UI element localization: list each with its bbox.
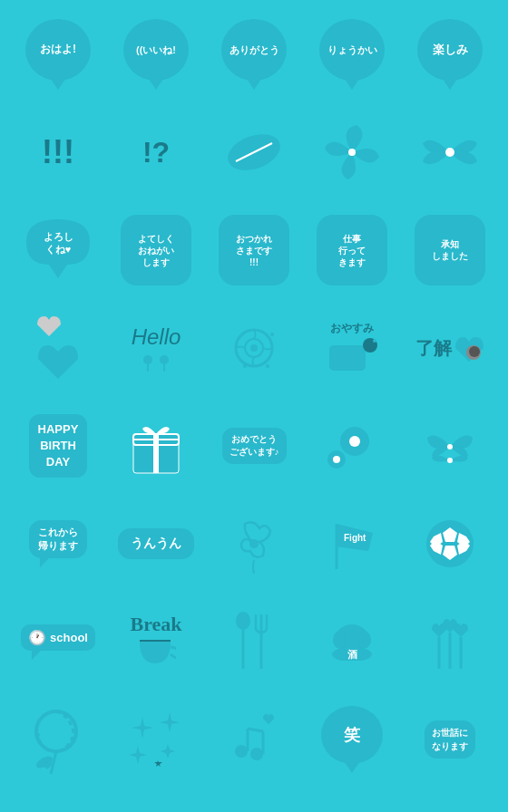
flower-icon [320, 414, 384, 478]
svg-point-48 [333, 631, 347, 649]
sticker-30[interactable] [405, 498, 495, 589]
leaf-icon [222, 130, 286, 175]
sticker-text-5: 楽しみ [433, 43, 468, 58]
svg-point-30 [447, 458, 453, 463]
sticker-35[interactable] [405, 596, 495, 687]
sticker-34[interactable]: 酒 [307, 596, 397, 687]
svg-point-13 [243, 364, 247, 368]
sun-icon [222, 316, 286, 380]
sticker-31[interactable]: 🕐 school [13, 596, 103, 687]
sticker-3[interactable]: ありがとう [209, 9, 299, 100]
sticker-36[interactable] [13, 694, 103, 785]
music-heart-icon [225, 710, 284, 769]
svg-point-49 [357, 631, 371, 649]
heart-flowers-icon [421, 610, 480, 673]
sticker-text-12: よてしくおねがいします [138, 233, 174, 268]
sticker-26[interactable]: これから帰ります [13, 498, 103, 589]
sticker-25[interactable] [405, 401, 495, 491]
sticker-23[interactable]: おめでとうございます♪ [209, 401, 299, 491]
svg-point-12 [250, 344, 258, 352]
sticker-27[interactable]: うんうん [111, 498, 201, 589]
sticker-6[interactable]: !!! [13, 107, 103, 198]
svg-point-57 [235, 745, 248, 758]
sticker-28[interactable] [209, 498, 299, 589]
svg-line-55 [51, 751, 56, 774]
congrats-text: おめでとうございます♪ [222, 428, 287, 464]
gift-icon [124, 414, 188, 478]
sticker-16[interactable] [13, 303, 103, 393]
sticker-21[interactable]: HAPPY BIRTH DAY [13, 401, 103, 491]
sticker-38[interactable] [209, 694, 299, 785]
sticker-text-7: !? [142, 136, 170, 169]
sticker-text-2: ((いいね! [136, 44, 176, 56]
school-text: school [50, 631, 88, 644]
svg-point-31 [249, 539, 259, 548]
svg-point-41 [236, 612, 250, 630]
utensils-icon [230, 610, 279, 673]
svg-point-15 [270, 333, 274, 336]
sticker-29[interactable]: Fight [307, 498, 397, 589]
sticker-9[interactable] [307, 107, 397, 198]
sticker-24[interactable] [307, 401, 397, 491]
hello-text: Hello [132, 324, 181, 349]
sticker-22[interactable] [111, 401, 201, 491]
sticker-grid: おはよ! ((いいね! ありがとう りょうかい [13, 9, 495, 785]
sticker-8[interactable] [209, 107, 299, 198]
sticker-text-4: りょうかい [327, 44, 377, 56]
sticker-1[interactable]: おはよ! [13, 9, 103, 100]
sticker-14[interactable]: 仕事行ってきます [307, 205, 397, 295]
sticker-17[interactable]: Hello [111, 303, 201, 393]
sticker-11[interactable]: よろし くね♥ [13, 205, 103, 295]
sticker-33[interactable] [209, 596, 299, 687]
fight-flag-icon: Fight [327, 519, 377, 569]
svg-point-28 [333, 456, 340, 463]
sticker-32[interactable]: Break [111, 596, 201, 687]
svg-point-59 [250, 748, 263, 760]
sticker-39[interactable]: 笑 [307, 694, 397, 785]
sticker-text-6: !!! [42, 133, 74, 171]
sticker-2[interactable]: ((いいね! [111, 9, 201, 100]
svg-point-20 [469, 346, 480, 357]
sticker-5[interactable]: 楽しみ [405, 9, 495, 100]
svg-point-8 [160, 355, 169, 364]
small-heart-icon [35, 314, 63, 339]
svg-text:よろし: よろし [44, 231, 73, 242]
butterfly-icon [418, 421, 482, 471]
break-text: Break [130, 613, 181, 636]
ryokai-heart-icon [454, 333, 485, 364]
svg-point-6 [143, 355, 152, 364]
pinwheel-icon [320, 121, 384, 184]
sticker-12[interactable]: よてしくおねがいします [111, 205, 201, 295]
chef-hat-icon: 酒 [327, 620, 377, 661]
svg-text:酒: 酒 [347, 649, 357, 660]
birthday-text: HAPPY BIRTH DAY [29, 414, 88, 478]
sticker-10[interactable] [405, 107, 495, 198]
svg-rect-16 [329, 345, 366, 371]
svg-point-3 [445, 148, 454, 157]
svg-point-29 [447, 444, 453, 450]
sticker-4[interactable]: りょうかい [307, 9, 397, 100]
sticker-text-13: おつかれさまです!!! [236, 233, 272, 268]
sticker-40[interactable]: お世話になります [405, 694, 495, 785]
ribbon-icon [418, 130, 482, 175]
sticker-13[interactable]: おつかれさまです!!! [209, 205, 299, 295]
sticker-text-1: おはよ! [40, 43, 76, 57]
ryokai-text: 了解 [415, 336, 452, 361]
unun-text: うんうん [118, 528, 194, 559]
sticker-text-15: 承知しました [432, 238, 468, 262]
svg-point-54 [36, 711, 76, 751]
svg-point-26 [349, 436, 360, 447]
rose-icon [225, 515, 284, 574]
svg-point-18 [373, 339, 376, 343]
sticker-7[interactable]: !? [111, 107, 201, 198]
sticker-37[interactable] [111, 694, 201, 785]
osewani-text: お世話になります [425, 720, 475, 759]
coffee-icon [135, 636, 176, 668]
flower-small-icon [142, 353, 154, 372]
sticker-20[interactable]: 了解 [405, 303, 495, 393]
sticker-19[interactable]: おやすみ [307, 303, 397, 393]
svg-point-14 [266, 364, 269, 368]
sticker-15[interactable]: 承知しました [405, 205, 495, 295]
sticker-18[interactable] [209, 303, 299, 393]
sticker-text-14: 仕事行ってきます [338, 233, 366, 268]
